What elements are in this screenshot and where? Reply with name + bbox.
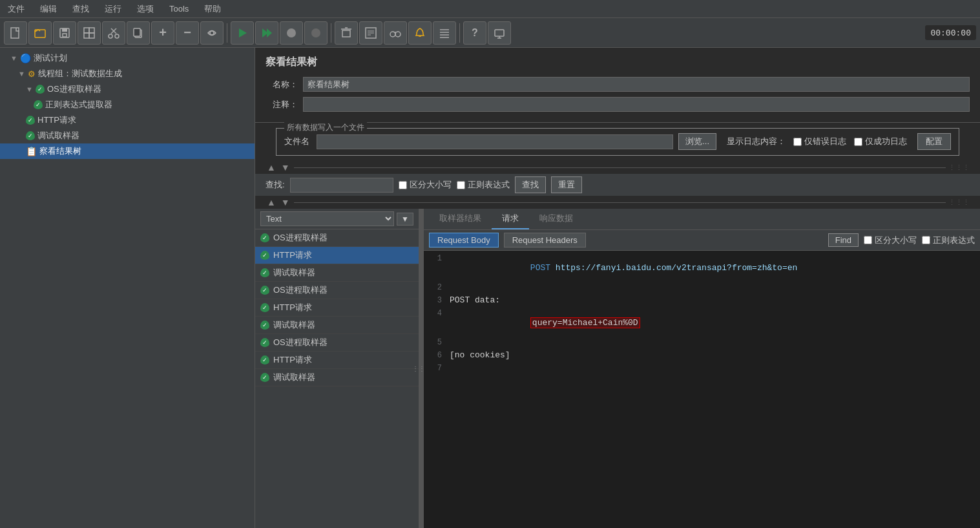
template-button[interactable]: [78, 21, 101, 45]
report-button[interactable]: [359, 21, 382, 45]
case-sensitive-label[interactable]: 区分大小写: [399, 179, 452, 191]
sidebar-item-regex-extractor[interactable]: ✓ 正则表达式提取器: [0, 97, 255, 112]
list-item[interactable]: ✓ HTTP请求: [255, 299, 419, 317]
success-log-label[interactable]: 仅成功日志: [854, 136, 907, 147]
remote-button[interactable]: [488, 21, 511, 45]
comment-row: 注释：: [266, 97, 970, 112]
find-regex-checkbox[interactable]: [922, 236, 930, 244]
menu-file[interactable]: 文件: [5, 2, 27, 16]
binoculars-button[interactable]: [384, 21, 407, 45]
view-results-icon: 📋: [26, 146, 37, 156]
list-item[interactable]: ✓ OS进程取样器: [255, 282, 419, 299]
sidebar-item-test-plan[interactable]: ▼ 🔵 测试计划: [0, 50, 255, 66]
page-title: 察看结果树: [266, 56, 970, 69]
copy-button[interactable]: [127, 21, 150, 45]
sidebar-item-view-results[interactable]: 📋 察看结果树: [0, 143, 255, 159]
shutdown-button[interactable]: [304, 21, 328, 45]
highlight-query: query=Michael+Cain%0D: [530, 317, 640, 328]
sidebar-item-debug-sampler[interactable]: ✓ 调试取样器: [0, 128, 255, 143]
svg-point-28: [390, 32, 395, 37]
tab-request[interactable]: 请求: [492, 209, 529, 229]
code-line-5: 5: [424, 337, 980, 350]
sidebar-item-http-request[interactable]: ✓ HTTP请求: [0, 112, 255, 128]
file-section-title: 所有数据写入一个文件: [284, 122, 367, 133]
find-case-label[interactable]: 区分大小写: [864, 235, 917, 246]
find-button[interactable]: 查找: [515, 176, 546, 193]
open-button[interactable]: [28, 21, 52, 45]
menu-edit[interactable]: 编辑: [37, 2, 59, 16]
tab-sampler-results[interactable]: 取样器结果: [429, 209, 492, 229]
svg-point-11: [109, 34, 112, 38]
sidebar-label-view-results: 察看结果树: [39, 145, 81, 157]
run-no-pause-button[interactable]: [255, 21, 278, 45]
expand-button-2[interactable]: ▼: [280, 197, 291, 207]
tree-list: ✓ OS进程取样器 ✓ HTTP请求 ✓ 调试取样器 ✓ OS进程取样器: [255, 229, 419, 528]
collapse-button[interactable]: ▲: [266, 162, 277, 173]
sidebar-item-thread-group[interactable]: ▼ ⚙ 线程组：测试数据生成: [0, 66, 255, 81]
menu-options[interactable]: 选项: [134, 2, 156, 16]
add-button[interactable]: +: [151, 21, 174, 45]
clear-all-button[interactable]: [335, 21, 358, 45]
menu-find[interactable]: 查找: [70, 2, 92, 16]
separator-1: [227, 23, 227, 43]
help-button[interactable]: ?: [463, 21, 486, 45]
list-button[interactable]: [433, 21, 456, 45]
find-btn[interactable]: Find: [828, 233, 859, 247]
menu-run[interactable]: 运行: [102, 2, 124, 16]
menu-help[interactable]: 帮助: [202, 2, 224, 16]
list-item[interactable]: ✓ OS进程取样器: [255, 229, 419, 247]
sub-tab-request-headers[interactable]: Request Headers: [504, 233, 586, 248]
item-label: OS进程取样器: [273, 232, 328, 244]
new-file-button[interactable]: [4, 21, 27, 45]
error-log-label[interactable]: 仅错误日志: [793, 136, 846, 147]
bottom-section: Text ▼ ✓ OS进程取样器 ✓ HTTP请求 ✓ 调试取样器: [255, 209, 980, 528]
collapse-button-2[interactable]: ▲: [266, 197, 277, 207]
search-label: 查找:: [266, 179, 285, 191]
line-num-7: 7: [424, 363, 447, 373]
list-item[interactable]: ✓ OS进程取样器: [255, 334, 419, 352]
save-button[interactable]: [53, 21, 76, 45]
browse-button[interactable]: 浏览...: [678, 133, 716, 150]
sub-tabs: Request Body Request Headers: [429, 233, 586, 248]
config-button[interactable]: 配置: [917, 133, 951, 150]
menu-tools[interactable]: Tools: [167, 3, 191, 15]
view-type-dropdown[interactable]: Text: [260, 211, 394, 226]
name-input[interactable]: [303, 77, 970, 92]
item-label-7: OS进程取样器: [273, 337, 328, 348]
sidebar: ▼ 🔵 测试计划 ▼ ⚙ 线程组：测试数据生成 ▼ ✓ OS进程取样器 ✓ 正则…: [0, 48, 255, 528]
cut-button[interactable]: [102, 21, 125, 45]
expand-button[interactable]: ▼: [280, 162, 291, 173]
run-button[interactable]: [231, 21, 254, 45]
reset-button[interactable]: 重置: [551, 176, 582, 193]
find-bar: Find 区分大小写 正则表达式: [828, 233, 975, 247]
list-item-selected[interactable]: ✓ HTTP请求: [255, 247, 419, 264]
sidebar-label-debug: 调试取样器: [37, 130, 79, 142]
list-item[interactable]: ✓ 调试取样器: [255, 369, 419, 386]
success-log-checkbox[interactable]: [854, 138, 862, 146]
line-content-4: query=Michael+Cain%0D: [447, 308, 980, 337]
find-regex-label[interactable]: 正则表达式: [922, 235, 975, 246]
regex-label[interactable]: 正则表达式: [457, 179, 510, 191]
list-item[interactable]: ✓ HTTP请求: [255, 352, 419, 369]
line-num-6: 6: [424, 350, 447, 360]
tab-response-data[interactable]: 响应数据: [529, 209, 583, 229]
file-input[interactable]: [317, 134, 673, 149]
search-input[interactable]: [290, 178, 393, 193]
bell-button[interactable]: [408, 21, 432, 45]
item-label-3: 调试取样器: [273, 267, 315, 279]
shield-icon-li-3: ✓: [260, 268, 269, 277]
toggle-button[interactable]: [200, 21, 224, 45]
sub-tab-request-body[interactable]: Request Body: [429, 233, 499, 248]
comment-input[interactable]: [303, 97, 970, 112]
find-case-checkbox[interactable]: [864, 236, 872, 244]
sidebar-item-os-sampler-1[interactable]: ▼ ✓ OS进程取样器: [0, 81, 255, 97]
stop-button[interactable]: [280, 21, 303, 45]
regex-checkbox[interactable]: [457, 181, 465, 189]
error-log-checkbox[interactable]: [793, 138, 802, 146]
list-item[interactable]: ✓ 调试取样器: [255, 264, 419, 282]
case-sensitive-checkbox[interactable]: [399, 181, 407, 189]
svg-rect-36: [495, 30, 504, 36]
dropdown-arrow-btn[interactable]: ▼: [397, 213, 413, 226]
remove-button[interactable]: −: [176, 21, 199, 45]
list-item[interactable]: ✓ 调试取样器: [255, 317, 419, 334]
